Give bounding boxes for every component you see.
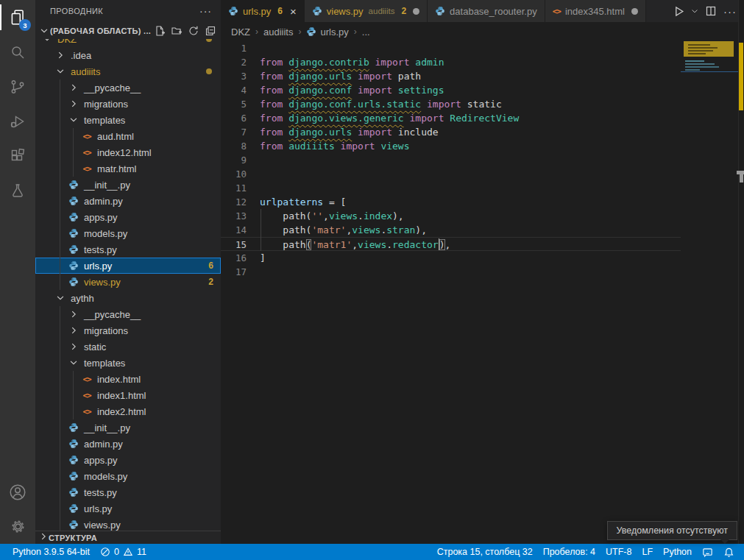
minimap[interactable]	[681, 41, 738, 544]
code-line-10[interactable]: 10	[221, 167, 681, 181]
tab-urls-py[interactable]: urls.py6×	[221, 0, 305, 22]
explorer-badge: 3	[19, 19, 31, 31]
tree-item-models-py[interactable]: models.py	[35, 468, 221, 484]
line-number: 14	[221, 223, 247, 237]
sidebar-more-actions-icon[interactable]: ···	[199, 5, 212, 17]
notifications-bell-icon[interactable]	[718, 544, 740, 560]
explorer-icon[interactable]: 3	[0, 0, 35, 35]
refresh-icon[interactable]	[188, 25, 199, 37]
feedback-icon[interactable]	[697, 544, 718, 560]
tree-item-index-html[interactable]: <>index.html	[35, 371, 221, 387]
tree-item-templates[interactable]: templates	[35, 112, 221, 128]
testing-icon[interactable]	[0, 173, 35, 208]
tree-item-migrations[interactable]: migrations	[35, 322, 221, 339]
language-mode-status[interactable]: Python	[658, 544, 697, 560]
tree-item-label: .idea	[71, 50, 91, 61]
code-line-3[interactable]: 3from django.urls import path	[221, 69, 681, 83]
code-line-7[interactable]: 7from django.urls import include	[221, 125, 681, 139]
modified-dot-icon[interactable]	[631, 8, 638, 15]
new-file-icon[interactable]	[154, 25, 166, 37]
code-line-11[interactable]: 11	[221, 181, 681, 195]
tree-item-urls-py[interactable]: urls.py6	[35, 258, 221, 274]
tree-item-aud-html[interactable]: <>aud.html	[35, 128, 221, 144]
tree-item-admin-py[interactable]: admin.py	[35, 193, 221, 209]
tab-index345-html[interactable]: <>index345.html	[545, 0, 646, 22]
close-icon[interactable]: ×	[290, 6, 297, 17]
code-line-5[interactable]: 5from django.conf.urls.static import sta…	[221, 97, 681, 111]
tree-item-index12-html[interactable]: <>index12.html	[35, 144, 221, 160]
breadcrumb-item[interactable]: audiiits	[263, 26, 293, 38]
tree-item-apps-py[interactable]: apps.py	[35, 209, 221, 225]
tree-item-tests-py[interactable]: tests.py	[35, 484, 221, 500]
tree-item-index1-html[interactable]: <>index1.html	[35, 387, 221, 403]
tree-item-views-py[interactable]: views.py2	[35, 274, 221, 290]
eol-status[interactable]: LF	[637, 544, 658, 560]
tree-item-urls-py[interactable]: urls.py	[35, 500, 221, 517]
search-icon[interactable]	[0, 35, 35, 69]
line-number: 13	[221, 209, 247, 223]
code-line-14[interactable]: 14 path('matr',views.stran),	[221, 223, 681, 237]
run-button[interactable]	[670, 3, 687, 19]
new-folder-icon[interactable]	[171, 25, 183, 37]
code-line-9[interactable]: 9	[221, 153, 681, 167]
code-line-6[interactable]: 6from django.views.generic import Redire…	[221, 111, 681, 125]
code-line-17[interactable]: 17	[221, 265, 681, 279]
tree-item-matr-html[interactable]: <>matr.html	[35, 160, 221, 177]
tree-item-templates[interactable]: templates	[35, 355, 221, 371]
settings-gear-icon[interactable]	[0, 509, 35, 544]
overview-ruler[interactable]	[738, 0, 744, 544]
tree-item-index2-html[interactable]: <>index2.html	[35, 403, 221, 419]
tree-item-label: tests.py	[84, 244, 117, 255]
python-interpreter-status[interactable]: Python 3.9.5 64-bit	[7, 544, 95, 560]
tree-item-admin-py[interactable]: admin.py	[35, 436, 221, 452]
python-file-icon	[68, 195, 79, 207]
tree-item--init-py[interactable]: __init__.py	[35, 177, 221, 193]
code-line-16[interactable]: 16]	[221, 251, 681, 265]
breadcrumb-item[interactable]: urls.py	[320, 26, 348, 38]
tree-item-tests-py[interactable]: tests.py	[35, 241, 221, 258]
tree-item-migrations[interactable]: migrations	[35, 96, 221, 112]
extensions-icon[interactable]	[0, 138, 35, 173]
run-dropdown-chevron-icon[interactable]	[690, 3, 700, 19]
encoding-status[interactable]: UTF-8	[600, 544, 637, 560]
tab-views-py[interactable]: views.pyaudiiits2	[305, 0, 428, 22]
code-line-2[interactable]: 2from django.contrib import admin	[221, 55, 681, 69]
tree-item-apps-py[interactable]: apps.py	[35, 452, 221, 468]
tree-item-models-py[interactable]: models.py	[35, 225, 221, 241]
code-line-13[interactable]: 13 path('',views.index),	[221, 209, 681, 223]
code-line-1[interactable]: 1	[221, 41, 681, 55]
workspace-section-header[interactable]: (РАБОЧАЯ ОБЛАСТЬ) ...	[35, 22, 221, 39]
indent-guide	[73, 403, 74, 419]
tree-item-label: apps.py	[84, 212, 118, 223]
code-editor[interactable]: 12from django.contrib import admin3from …	[221, 41, 681, 279]
tree-item--idea[interactable]: .idea	[35, 47, 221, 63]
tree-item--pycache-[interactable]: __pycache__	[35, 79, 221, 96]
collapse-all-icon[interactable]	[205, 25, 216, 37]
tree-item-static[interactable]: static	[35, 339, 221, 355]
code-line-8[interactable]: 8from audiiits import views	[221, 139, 681, 153]
outline-section-header[interactable]: СТРУКТУРА	[35, 531, 221, 544]
source-control-icon[interactable]	[0, 69, 35, 104]
cursor-position-status[interactable]: Строка 15, столбец 32	[432, 544, 538, 560]
breadcrumb[interactable]: DKZ›audiiits›urls.py›...	[221, 22, 744, 41]
tree-item--pycache-[interactable]: __pycache__	[35, 306, 221, 322]
split-editor-button[interactable]	[703, 3, 719, 19]
tab-database-roouter-py[interactable]: database_roouter.py	[428, 0, 545, 22]
code-line-12[interactable]: 12urlpatterns = [	[221, 195, 681, 209]
tree-item-audiiits[interactable]: audiiits	[35, 63, 221, 79]
code-line-4[interactable]: 4from django.conf import settings	[221, 83, 681, 97]
indentation-status[interactable]: Пробелов: 4	[538, 544, 600, 560]
python-file-icon	[68, 519, 79, 531]
more-actions-icon[interactable]: ···	[722, 3, 738, 19]
tree-item--init-py[interactable]: __init__.py	[35, 419, 221, 436]
editor-indent-guide	[261, 209, 261, 251]
breadcrumb-item[interactable]: ...	[362, 26, 370, 38]
run-debug-icon[interactable]	[0, 104, 35, 138]
code-line-15[interactable]: 15 path('matr1',views.redactor),	[221, 237, 681, 251]
indent-guide	[60, 403, 60, 419]
modified-dot-icon[interactable]	[413, 8, 419, 15]
tree-item-aythh[interactable]: aythh	[35, 290, 221, 306]
problems-status[interactable]: 0 11	[95, 544, 152, 560]
account-icon[interactable]	[0, 475, 35, 509]
breadcrumb-item[interactable]: DKZ	[231, 26, 250, 38]
